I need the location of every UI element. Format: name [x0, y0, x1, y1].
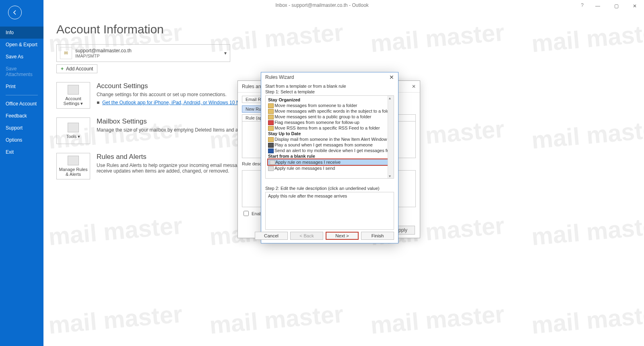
- add-account-button[interactable]: + Add Account: [56, 64, 97, 73]
- wizard-finish-button[interactable]: Finish: [361, 232, 394, 240]
- back-button[interactable]: [8, 6, 22, 19]
- back-arrow-icon: [12, 10, 18, 15]
- nav-feedback[interactable]: Feedback: [0, 110, 43, 122]
- mailbox-settings-desc: Manage the size of your mailbox by empty…: [97, 127, 256, 133]
- rules-alerts-heading: Rules and Alerts: [97, 153, 258, 161]
- nav-open-export[interactable]: Open & Export: [0, 39, 43, 51]
- rules-alerts-desc: Use Rules and Alerts to help organize yo…: [97, 163, 258, 174]
- nav-save-attachments: Save Attachments: [0, 63, 43, 80]
- nav-exit[interactable]: Exit: [0, 146, 43, 158]
- nav-separator: [6, 95, 38, 95]
- minimize-button[interactable]: —: [588, 0, 607, 12]
- template-move-public-group[interactable]: Move messages sent to a public group to …: [266, 114, 393, 119]
- template-display-alert[interactable]: Display mail from someone in the New Ite…: [266, 136, 393, 142]
- help-icon[interactable]: ?: [581, 2, 584, 8]
- template-flag-followup[interactable]: Flag messages from someone for follow-up: [266, 119, 393, 125]
- rules-wizard-dialog: Rules Wizard ✕ Start from a template or …: [261, 72, 398, 243]
- page-title: Account Information: [56, 23, 644, 36]
- rules-dialog-close[interactable]: ✕: [412, 84, 416, 89]
- account-selector[interactable]: ✉ support@mailmaster.co.th IMAP/SMTP ▾: [56, 44, 230, 62]
- template-move-rss[interactable]: Move RSS items from a specific RSS Feed …: [266, 125, 393, 131]
- close-button[interactable]: ✕: [625, 0, 644, 12]
- account-settings-icon: [68, 85, 79, 95]
- window-title: Inbox - support@mailmaster.co.th - Outlo…: [275, 2, 369, 8]
- wizard-title: Rules Wizard: [265, 74, 294, 80]
- tools-icon: [68, 123, 79, 132]
- nav-info[interactable]: Info: [0, 27, 43, 39]
- template-apply-send[interactable]: Apply rule on messages I send: [266, 165, 393, 171]
- template-move-from-someone[interactable]: Move messages from someone to a folder: [266, 103, 393, 108]
- mailbox-settings-heading: Mailbox Settings: [97, 117, 256, 126]
- wizard-intro: Start from a template or from a blank ru…: [265, 84, 394, 89]
- account-protocol: IMAP/SMTP: [75, 54, 132, 58]
- title-bar: Inbox - support@mailmaster.co.th - Outlo…: [0, 0, 644, 12]
- nav-office-account[interactable]: Office Account: [0, 98, 43, 110]
- tools-button[interactable]: Tools ▾: [56, 117, 90, 144]
- account-email: support@mailmaster.co.th: [75, 48, 132, 54]
- template-mobile-alert[interactable]: Send an alert to my mobile device when I…: [266, 148, 393, 153]
- wizard-cancel-button[interactable]: Cancel: [255, 232, 288, 240]
- group-stay-organized: Stay Organized: [266, 97, 393, 103]
- group-stay-up-to-date: Stay Up to Date: [266, 131, 393, 136]
- account-settings-heading: Account Settings: [97, 82, 252, 90]
- template-apply-receive[interactable]: Apply rule on messages I receive: [267, 159, 392, 166]
- group-blank-rule: Start from a blank rule: [266, 153, 393, 159]
- nav-print[interactable]: Print: [0, 80, 43, 93]
- chevron-down-icon: ▾: [224, 50, 227, 56]
- get-outlook-app-link[interactable]: Get the Outlook app for iPhone, iPad, An…: [102, 100, 252, 105]
- account-settings-button[interactable]: Account Settings ▾: [56, 82, 90, 109]
- account-icon: ✉: [60, 47, 72, 59]
- wizard-next-button[interactable]: Next >: [326, 232, 359, 240]
- rule-description-editor[interactable]: Apply this rule after the message arrive…: [265, 192, 394, 230]
- account-settings-desc: Change settings for this account or set …: [97, 92, 252, 97]
- nav-options[interactable]: Options: [0, 134, 43, 146]
- listbox-scrollbar[interactable]: [388, 96, 394, 178]
- wizard-close-button[interactable]: ✕: [389, 74, 394, 80]
- wizard-back-button: < Back: [290, 232, 323, 240]
- wizard-step2-label: Step 2: Edit the rule description (click…: [265, 186, 394, 191]
- template-move-words-subject[interactable]: Move messages with specific words in the…: [266, 108, 393, 114]
- maximize-button[interactable]: ▢: [607, 0, 625, 12]
- nav-save-as[interactable]: Save As: [0, 51, 43, 63]
- template-listbox[interactable]: Stay Organized Move messages from someon…: [265, 95, 394, 179]
- nav-support[interactable]: Support: [0, 122, 43, 134]
- manage-rules-button[interactable]: Manage Rules & Alerts: [56, 153, 90, 179]
- enable-rss-check[interactable]: [244, 211, 249, 216]
- template-play-sound[interactable]: Play a sound when I get messages from so…: [266, 142, 393, 148]
- backstage-sidebar: Info Open & Export Save As Save Attachme…: [0, 0, 43, 346]
- wizard-step1-label: Step 1: Select a template: [265, 89, 394, 94]
- add-account-label: Add Account: [66, 66, 93, 72]
- plus-icon: +: [61, 66, 64, 72]
- rules-icon: [68, 156, 79, 165]
